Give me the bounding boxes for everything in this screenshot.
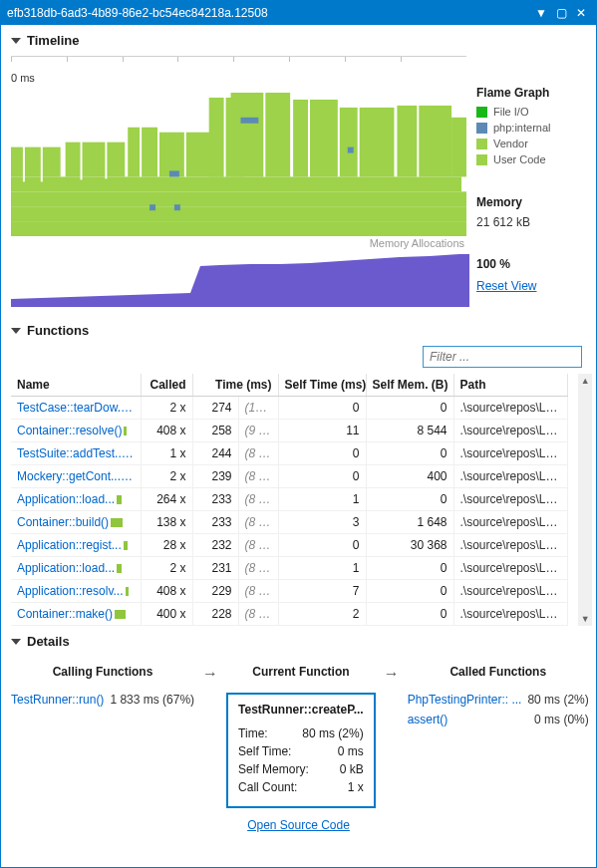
cur-self-l: Self Time: <box>238 744 291 758</box>
filter-input[interactable] <box>423 346 582 368</box>
col-time[interactable]: Time (ms) <box>192 374 278 397</box>
fn-name[interactable]: Container::make() <box>11 603 141 626</box>
fn-self: 2 <box>278 603 366 626</box>
fn-name[interactable]: Container::resolve() <box>11 420 141 442</box>
fn-time: 233 <box>192 488 238 511</box>
details-title: Details <box>27 634 70 649</box>
fn-mem: 8 544 <box>366 420 453 442</box>
timeline-charts[interactable]: 0 ms <box>11 56 466 307</box>
fn-name[interactable]: TestSuite::addTest... <box>11 442 141 465</box>
legend-item-vendor: Vendor <box>476 138 586 149</box>
svg-rect-3 <box>11 176 461 191</box>
open-source-link[interactable]: Open Source Code <box>11 818 586 832</box>
table-row[interactable]: Application::load...264 x233(8 %)10.\sou… <box>11 488 568 511</box>
flame-graph[interactable] <box>11 88 466 237</box>
scroll-up-icon[interactable]: ▲ <box>578 374 592 388</box>
table-row[interactable]: TestCase::tearDow...2 x274(10 %)00.\sour… <box>11 397 568 420</box>
scroll-down-icon[interactable]: ▼ <box>578 612 592 626</box>
fn-time-pct: (8 %) <box>238 580 278 603</box>
table-header-row[interactable]: Name Called Time (ms) Self Time (ms) Sel… <box>11 374 568 397</box>
table-row[interactable]: Container::make()400 x228(8 %)20.\source… <box>11 603 568 626</box>
called-item[interactable]: assert() 0 ms (0%) <box>408 713 589 726</box>
cur-self-v: 0 ms <box>338 744 364 758</box>
fn-self: 0 <box>278 465 366 488</box>
memory-chart[interactable] <box>11 251 466 307</box>
called-stat: 0 ms (0%) <box>534 713 589 726</box>
col-self[interactable]: Self Time (ms) <box>278 374 366 397</box>
fn-self: 0 <box>278 534 366 557</box>
svg-marker-30 <box>11 254 469 307</box>
table-row[interactable]: TestSuite::addTest...1 x244(8 %)00.\sour… <box>11 442 568 465</box>
svg-rect-12 <box>397 106 451 177</box>
fn-name[interactable]: Application::regist... <box>11 534 141 557</box>
svg-rect-15 <box>240 118 258 124</box>
arrow-icon: → <box>198 665 222 683</box>
fn-self: 1 <box>278 488 366 511</box>
table-row[interactable]: Application::load...2 x231(8 %)10.\sourc… <box>11 557 568 580</box>
fn-mem: 0 <box>366 557 453 580</box>
maximize-icon[interactable]: ▢ <box>552 4 570 22</box>
fn-path: .\source\repos\Lara <box>453 603 568 626</box>
fn-called: 28 x <box>141 534 192 557</box>
close-icon[interactable]: ✕ <box>572 4 590 22</box>
fn-mem: 0 <box>366 488 453 511</box>
called-fn[interactable]: PhpTestingPrinter:: ... <box>408 693 522 707</box>
fn-name[interactable]: Application::load... <box>11 557 141 580</box>
functions-header[interactable]: Functions <box>1 315 596 342</box>
calling-item[interactable]: TestRunner::run() 1 833 ms (67%) <box>11 693 194 707</box>
fn-time: 244 <box>192 442 238 465</box>
fn-name[interactable]: TestCase::tearDow... <box>11 397 141 420</box>
fn-called: 408 x <box>141 580 192 603</box>
called-item[interactable]: PhpTestingPrinter:: ... 80 ms (2%) <box>408 693 589 707</box>
cur-time-l: Time: <box>238 726 268 740</box>
col-path[interactable]: Path <box>453 374 568 397</box>
fn-name[interactable]: Container::build() <box>11 511 141 534</box>
col-mem[interactable]: Self Mem. (B) <box>366 374 453 397</box>
timeline-header[interactable]: Timeline <box>1 25 596 52</box>
col-name[interactable]: Name <box>11 374 141 397</box>
table-row[interactable]: Mockery::getCont...2 x239(8 %)0400.\sour… <box>11 465 568 488</box>
fn-name[interactable]: Mockery::getCont... <box>11 465 141 488</box>
swatch-user <box>476 154 487 165</box>
fn-time-pct: (8 %) <box>238 465 278 488</box>
details-header[interactable]: Details <box>1 626 596 653</box>
cur-time-v: 80 ms (2%) <box>302 726 363 740</box>
titlebar: efb318db-6ad3-4b89-86e2-bc54ec84218a.125… <box>1 1 596 25</box>
calling-fn[interactable]: TestRunner::run() <box>11 693 104 707</box>
fn-mem: 0 <box>366 442 453 465</box>
fn-time: 231 <box>192 557 238 580</box>
cur-mem-v: 0 kB <box>340 762 364 776</box>
svg-rect-21 <box>81 133 83 180</box>
table-row[interactable]: Container::build()138 x233(8 %)31 648.\s… <box>11 511 568 534</box>
fn-time-pct: (8 %) <box>238 603 278 626</box>
collapse-icon <box>11 328 21 334</box>
fn-path: .\source\repos\Lara <box>453 511 568 534</box>
table-row[interactable]: Container::resolve()408 x258(9 %)118 544… <box>11 420 568 442</box>
fn-name[interactable]: Application::resolv... <box>11 580 141 603</box>
fn-time-pct: (8 %) <box>238 442 278 465</box>
memory-summary: Memory 21 612 kB <box>476 195 586 229</box>
table-row[interactable]: Application::resolv...408 x229(8 %)70.\s… <box>11 580 568 603</box>
functions-table[interactable]: Name Called Time (ms) Self Time (ms) Sel… <box>11 374 568 626</box>
dropdown-icon[interactable]: ▼ <box>532 4 550 22</box>
table-scrollbar[interactable]: ▲ ▼ <box>578 374 592 626</box>
col-called[interactable]: Called <box>141 374 192 397</box>
fn-called: 2 x <box>141 465 192 488</box>
swatch-vendor <box>476 139 487 149</box>
svg-rect-17 <box>149 204 155 210</box>
cur-cnt-v: 1 x <box>348 780 364 794</box>
legend-item-io: File I/O <box>476 106 586 118</box>
details-body: Calling Functions → Current Function → C… <box>1 653 596 846</box>
fn-path: .\source\repos\Lara <box>453 534 568 557</box>
svg-rect-6 <box>128 128 157 177</box>
fn-time-pct: (8 %) <box>238 511 278 534</box>
reset-view-link[interactable]: Reset View <box>476 279 536 293</box>
cur-cnt-l: Call Count: <box>238 780 297 794</box>
called-fn[interactable]: assert() <box>408 713 448 726</box>
fn-name[interactable]: Application::load... <box>11 488 141 511</box>
svg-rect-25 <box>224 88 226 176</box>
current-function-box: TestRunner::createP... Time:80 ms (2%) S… <box>226 693 376 808</box>
table-row[interactable]: Application::regist...28 x232(8 %)030 36… <box>11 534 568 557</box>
fn-mem: 0 <box>366 397 453 420</box>
svg-rect-9 <box>231 93 291 176</box>
